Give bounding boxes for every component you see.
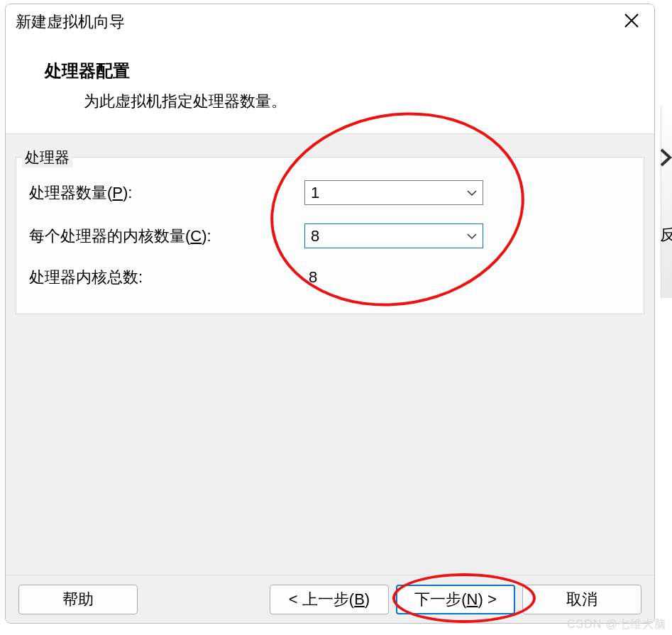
wizard-header: 处理器配置 为此虚拟机指定处理器数量。 xyxy=(6,40,654,134)
close-button[interactable] xyxy=(619,9,644,35)
label-processor-count: 处理器数量(P): xyxy=(29,182,304,204)
background-glyph: 反 xyxy=(660,224,672,245)
row-processor-count: 处理器数量(P): 1 xyxy=(29,180,631,205)
titlebar: 新建虚拟机向导 xyxy=(6,4,654,40)
help-button[interactable]: 帮助 xyxy=(18,585,138,614)
wizard-dialog: 新建虚拟机向导 处理器配置 为此虚拟机指定处理器数量。 处理器 处理器数量(P)… xyxy=(5,4,655,624)
label-total-cores: 处理器内核总数: xyxy=(29,267,304,288)
next-button[interactable]: 下一步(N) > xyxy=(396,585,515,614)
page-heading: 处理器配置 xyxy=(45,60,644,82)
label-cores-per-processor: 每个处理器的内核数量(C): xyxy=(29,226,304,247)
watermark: CSDN @七维大脑 xyxy=(567,617,666,632)
chevron-down-icon xyxy=(467,231,477,242)
back-button[interactable]: < 上一步(B) xyxy=(270,585,389,614)
wizard-content: 处理器 处理器数量(P): 1 每个处理器的内核数量(C): 8 xyxy=(6,134,654,575)
row-cores-per-processor: 每个处理器的内核数量(C): 8 xyxy=(29,223,631,248)
select-processor-count-value: 1 xyxy=(311,184,467,202)
select-cores-per-processor-value: 8 xyxy=(311,227,467,245)
select-processor-count[interactable]: 1 xyxy=(304,180,483,205)
close-icon xyxy=(624,11,639,33)
background-window-edge: 反 xyxy=(661,106,672,298)
row-total-cores: 处理器内核总数: 8 xyxy=(29,267,631,288)
chevron-down-icon xyxy=(467,187,477,199)
page-subheading: 为此虚拟机指定处理器数量。 xyxy=(45,91,644,112)
value-total-cores: 8 xyxy=(304,268,317,287)
processor-group: 处理器 处理器数量(P): 1 每个处理器的内核数量(C): 8 xyxy=(16,157,644,314)
select-cores-per-processor[interactable]: 8 xyxy=(304,223,483,248)
group-legend: 处理器 xyxy=(22,148,72,167)
arrow-right-icon xyxy=(660,146,672,174)
dialog-title: 新建虚拟机向导 xyxy=(16,11,619,33)
wizard-footer: 帮助 < 上一步(B) 下一步(N) > 取消 xyxy=(6,575,654,623)
cancel-button[interactable]: 取消 xyxy=(522,585,641,614)
